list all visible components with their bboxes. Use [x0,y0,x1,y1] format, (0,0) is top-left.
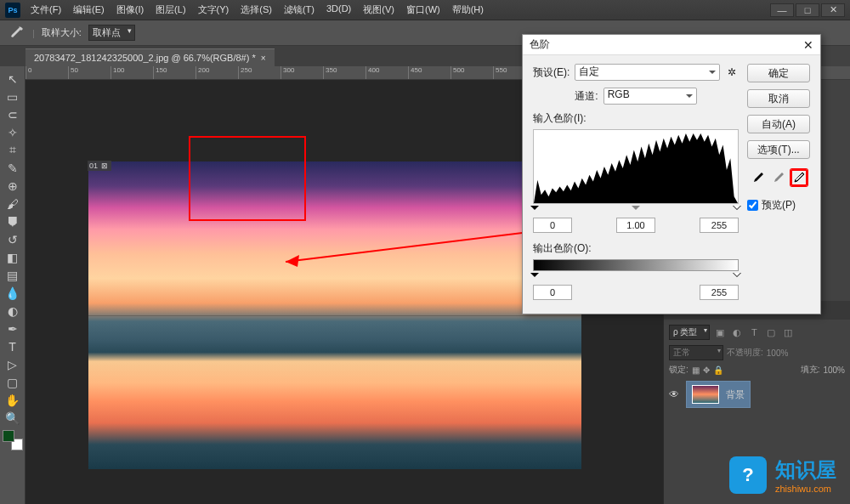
watermark-logo-icon: ? [729,456,767,494]
menu-window[interactable]: 窗口(W) [401,2,445,18]
watermark-name: 知识屋 [775,456,836,484]
wand-tool[interactable]: ✧ [3,123,23,141]
lasso-tool[interactable]: ⊂ [3,105,23,123]
type-tool[interactable]: T [3,337,23,355]
healing-tool[interactable]: ⊕ [3,177,23,195]
dialog-title: 色阶 [530,37,550,52]
history-brush-tool[interactable]: ↺ [3,230,23,248]
eraser-tool[interactable]: ◧ [3,248,23,266]
fill-label: 填充: [801,364,820,376]
stamp-tool[interactable]: ⛊ [3,212,23,230]
move-tool[interactable]: ↖ [3,70,23,88]
document-image: 01⊠ [88,161,581,469]
options-button[interactable]: 选项(T)... [747,140,810,159]
gradient-tool[interactable]: ▤ [3,266,23,284]
filter-image-icon[interactable]: ▣ [713,326,727,339]
toolbox: ↖ ▭ ⊂ ✧ ⌗ ✎ ⊕ 🖌 ⛊ ↺ ◧ ▤ 💧 ◐ ✒ T ▷ ▢ ✋ 🔍 [0,66,26,504]
input-black-field[interactable]: 0 [533,218,572,233]
fill-value[interactable]: 100% [823,365,845,375]
lock-label: 锁定: [669,364,688,376]
input-levels-label: 输入色阶(I): [533,111,739,126]
zoom-tool[interactable]: 🔍 [3,409,23,427]
opacity-value[interactable]: 100% [767,348,789,358]
eyedropper-icon [8,25,26,42]
layer-filter-select[interactable]: ρ 类型 [669,325,710,340]
menu-help[interactable]: 帮助(H) [447,2,489,18]
preset-menu-icon[interactable]: ✲ [725,65,739,79]
svg-marker-0 [534,133,738,203]
menu-view[interactable]: 视图(V) [358,2,400,18]
visibility-icon[interactable]: 👁 [669,388,679,400]
dialog-close-icon[interactable]: ✕ [803,38,813,52]
maximize-button[interactable]: □ [796,3,819,17]
path-tool[interactable]: ▷ [3,355,23,373]
lock-pixels-icon[interactable]: ▦ [692,365,700,375]
menu-type[interactable]: 文字(Y) [193,2,235,18]
menu-filter[interactable]: 滤镜(T) [279,2,320,18]
auto-button[interactable]: 自动(A) [747,115,810,133]
ok-button[interactable]: 确定 [747,64,810,82]
document-tab[interactable]: 20783472_181242325000_2.jpg @ 66.7%(RGB/… [26,48,275,66]
watermark-url: zhishiwu.com [775,484,836,494]
output-white-field[interactable]: 255 [700,285,739,300]
menu-image[interactable]: 图像(I) [111,2,149,18]
slice-indicator: 01⊠ [88,161,111,171]
color-swatches[interactable] [3,430,23,450]
hand-tool[interactable]: ✋ [3,391,23,409]
cancel-button[interactable]: 取消 [747,89,810,108]
channel-select[interactable]: RGB [604,88,697,105]
sample-size-label: 取样大小: [42,26,82,39]
preset-select[interactable]: 自定 [575,64,720,81]
close-button[interactable]: ✕ [821,3,845,17]
lock-all-icon[interactable]: 🔒 [713,365,723,375]
lock-position-icon[interactable]: ✥ [703,365,710,375]
output-gradient[interactable] [533,259,739,271]
levels-dialog: 色阶 ✕ 预设(E): 自定 ✲ 通道: RGB 输入色阶(I): [522,34,821,314]
menu-3d[interactable]: 3D(D) [321,2,356,18]
input-white-field[interactable]: 255 [700,218,739,233]
marquee-tool[interactable]: ▭ [3,88,23,105]
filter-adjust-icon[interactable]: ◐ [730,326,744,339]
main-menu: 文件(F) 编辑(E) 图像(I) 图层(L) 文字(Y) 选择(S) 滤镜(T… [26,2,489,18]
gray-point-picker[interactable] [770,169,787,186]
menu-edit[interactable]: 编辑(E) [68,2,110,18]
preview-label: 预览(P) [762,198,796,212]
close-tab-icon[interactable]: × [261,54,266,63]
preview-checkbox-input[interactable] [747,200,758,211]
input-sliders[interactable] [533,206,739,216]
shape-tool[interactable]: ▢ [3,373,23,391]
white-point-picker[interactable] [790,169,808,186]
brush-tool[interactable]: 🖌 [3,195,23,212]
output-black-field[interactable]: 0 [533,285,572,300]
crop-tool[interactable]: ⌗ [3,141,23,159]
app-logo: Ps [5,3,20,18]
menu-file[interactable]: 文件(F) [26,2,66,18]
eyedropper-tool[interactable]: ✎ [3,159,23,177]
blend-mode-select[interactable]: 正常 [669,345,723,360]
preset-label: 预设(E): [533,65,570,80]
filter-shape-icon[interactable]: ▢ [764,326,778,339]
layer-thumbnail [692,385,719,404]
output-sliders[interactable] [533,273,739,283]
dodge-tool[interactable]: ◐ [3,302,23,320]
filter-type-icon[interactable]: T [747,326,761,339]
preview-checkbox[interactable]: 预览(P) [747,198,810,212]
layer-row[interactable]: 👁 背景 [669,381,845,408]
blur-tool[interactable]: 💧 [3,284,23,302]
black-point-picker[interactable] [750,169,767,186]
sample-size-select[interactable]: 取样点 [88,25,135,41]
document-tab-label: 20783472_181242325000_2.jpg @ 66.7%(RGB/… [34,53,256,63]
layer-name: 背景 [726,388,745,401]
output-levels-label: 输出色阶(O): [533,241,739,256]
pen-tool[interactable]: ✒ [3,320,23,337]
menu-select[interactable]: 选择(S) [235,2,277,18]
histogram[interactable] [533,129,739,204]
minimize-button[interactable]: — [770,3,794,17]
menu-layer[interactable]: 图层(L) [150,2,190,18]
opacity-label: 不透明度: [727,347,763,359]
filter-smart-icon[interactable]: ◫ [781,326,795,339]
input-gamma-field[interactable]: 1.00 [616,218,655,233]
channel-label: 通道: [575,89,598,104]
watermark: ? 知识屋 zhishiwu.com [729,456,836,494]
